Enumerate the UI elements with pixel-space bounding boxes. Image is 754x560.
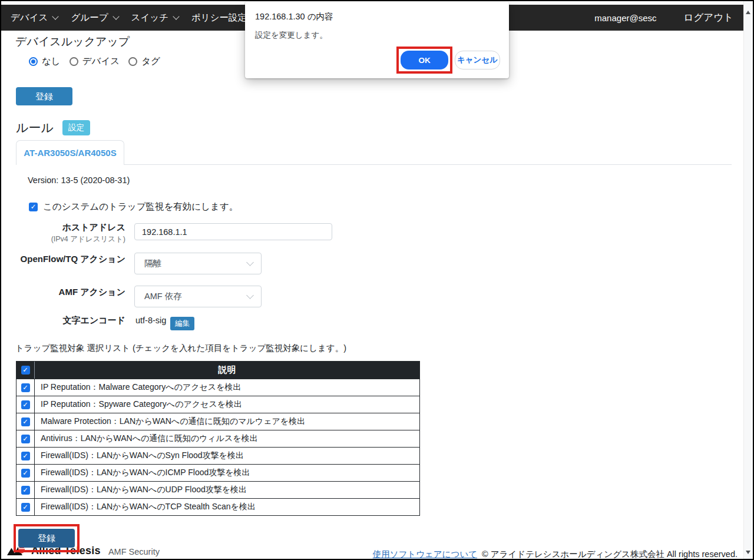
row-checkbox[interactable] (21, 400, 30, 409)
row-description: Firewall(IDS)：LANからWANへのTCP Stealth Scan… (35, 502, 419, 512)
row-checkbox-cell (16, 430, 35, 447)
annotation-red-box: 登録 (14, 524, 80, 552)
openflow-action-value: 隔離 (144, 258, 161, 269)
host-address-input[interactable] (134, 223, 332, 240)
select-all-cell (16, 362, 35, 379)
nav-menu-group: デバイス グループ スイッチ ポリシー設定 (11, 12, 257, 24)
cancel-button[interactable]: キャンセル (455, 51, 500, 69)
trap-table-caption: トラップ監視対象 選択リスト (チェックを入れた項目をトラップ監視対象にします。… (15, 343, 346, 354)
version-text: Version: 13-5 (2020-08-31) (28, 175, 130, 185)
encoding-label: 文字エンコード (8, 315, 125, 326)
nav-menu[interactable]: デバイス (11, 12, 58, 24)
row-checkbox-cell (16, 448, 35, 464)
footer-links: 使用ソフトウェアについて © アライドテレシスホールディングス株式会社 All … (373, 549, 738, 560)
row-checkbox[interactable] (21, 452, 30, 460)
rule-section-title: ルール (16, 120, 54, 136)
table-row: IP Reputation：Spyware Categoryへのアクセスを検出 (16, 396, 419, 413)
chevron-down-icon (113, 13, 119, 19)
tab-ar3050s-ar4050s[interactable]: AT-AR3050S/AR4050S (16, 140, 124, 165)
table-row: IP Reputation：Malware Categoryへのアクセスを検出 (16, 379, 419, 396)
edit-button[interactable]: 編集 (170, 317, 194, 330)
ok-button[interactable]: OK (401, 51, 448, 69)
radio-option[interactable]: なし (29, 55, 61, 68)
dialog-message: 設定を変更します。 (255, 30, 328, 41)
radio-icon (70, 57, 78, 66)
row-description: IP Reputation：Malware Categoryへのアクセスを検出 (35, 382, 419, 393)
nav-menu-label: ポリシー設定 (191, 12, 247, 24)
host-address-sublabel: (IPv4 アドレスリスト) (8, 234, 125, 244)
amf-action-select[interactable]: AMF 依存 (134, 286, 262, 307)
trap-enable-row[interactable]: このシステムのトラップ監視を有効にします。 (29, 201, 238, 213)
table-row: Malware Protection：LANからWANへの通信に既知のマルウェア… (16, 413, 419, 430)
nav-menu-label: スイッチ (131, 12, 168, 24)
row-description: Firewall(IDS)：LANからWANへのUDP Flood攻撃を検出 (35, 485, 419, 495)
trap-enable-checkbox[interactable] (29, 203, 38, 211)
register-button[interactable]: 登録 (16, 87, 72, 105)
scroll-down-icon[interactable] (746, 551, 750, 554)
logout-button[interactable]: ログアウト (684, 11, 733, 24)
row-checkbox[interactable] (21, 503, 30, 512)
chevron-down-icon (173, 13, 179, 19)
tab-bar: AT-AR3050S/AR4050S (16, 140, 732, 165)
software-link[interactable]: 使用ソフトウェアについて (373, 549, 477, 560)
lookup-radio-group: なし デバイス タグ (29, 55, 160, 68)
row-checkbox[interactable] (21, 435, 30, 443)
radio-option[interactable]: タグ (128, 55, 160, 68)
row-checkbox-cell (16, 482, 35, 498)
settings-badge[interactable]: 設定 (62, 120, 90, 135)
scroll-up-icon[interactable] (746, 11, 750, 14)
row-description: Firewall(IDS)：LANからWANへのICMP Flood攻撃を検出 (35, 468, 419, 478)
table-row: Antivirus：LANからWANへの通信に既知のウィルスを検出 (16, 430, 419, 447)
row-description: Firewall(IDS)：LANからWANへのSyn Flood攻撃を検出 (35, 450, 419, 461)
page-scrollbar[interactable] (743, 1, 753, 559)
product-name: AMF Security (108, 547, 160, 556)
user-account-label: manager@sesc (594, 13, 656, 23)
openflow-action-label: OpenFlow/TQ アクション (8, 254, 125, 265)
page-title: デバイスルックアップ (15, 34, 130, 49)
copyright-text: © アライドテレシスホールディングス株式会社 All rights reserv… (482, 549, 738, 560)
row-checkbox-cell (16, 396, 35, 413)
row-checkbox[interactable] (21, 417, 30, 426)
table-header-row: 説明 (16, 362, 419, 379)
annotation-red-box: OK (396, 47, 452, 74)
row-checkbox-cell (16, 413, 35, 430)
trap-enable-label: このシステムのトラップ監視を有効にします。 (43, 201, 238, 213)
radio-label: デバイス (82, 55, 120, 68)
row-description: IP Reputation：Spyware Categoryへのアクセスを検出 (35, 399, 419, 410)
select-all-checkbox[interactable] (21, 366, 30, 375)
radio-label: なし (42, 55, 61, 68)
nav-right-group: manager@sesc ログアウト (594, 11, 733, 24)
radio-icon (128, 57, 137, 66)
table-body: IP Reputation：Malware Categoryへのアクセスを検出 … (16, 379, 419, 515)
rule-section-header: ルール 設定 (16, 120, 90, 136)
confirm-dialog: 192.168.1.30 の内容 設定を変更します。 OK キャンセル (245, 2, 509, 78)
row-checkbox[interactable] (21, 486, 30, 495)
row-checkbox-cell (16, 379, 35, 396)
table-row: Firewall(IDS)：LANからWANへのICMP Flood攻撃を検出 (16, 464, 419, 481)
row-description: Malware Protection：LANからWANへの通信に既知のマルウェア… (35, 416, 419, 427)
nav-menu[interactable]: スイッチ (131, 12, 178, 24)
amf-action-label: AMF アクション (8, 287, 125, 298)
chevron-down-icon (246, 259, 254, 266)
row-checkbox-cell (16, 499, 35, 515)
row-checkbox[interactable] (21, 383, 30, 392)
chevron-down-icon (246, 291, 254, 299)
radio-option[interactable]: デバイス (70, 55, 120, 68)
openflow-action-select[interactable]: 隔離 (134, 253, 262, 274)
row-description: Antivirus：LANからWANへの通信に既知のウィルスを検出 (35, 433, 419, 444)
description-column-header: 説明 (35, 365, 419, 376)
submit-register-button[interactable]: 登録 (18, 529, 75, 548)
row-checkbox-cell (16, 465, 35, 481)
trap-target-table: 説明 IP Reputation：Malware Categoryへのアクセスを… (16, 361, 420, 516)
app-window: デバイス グループ スイッチ ポリシー設定 manager@sesc ログアウト… (0, 0, 754, 560)
row-checkbox[interactable] (21, 469, 30, 478)
table-row: Firewall(IDS)：LANからWANへのSyn Flood攻撃を検出 (16, 447, 419, 464)
table-row: Firewall(IDS)：LANからWANへのTCP Stealth Scan… (16, 498, 419, 515)
nav-menu[interactable]: グループ (71, 12, 118, 24)
nav-menu-label: デバイス (11, 12, 48, 24)
dialog-title: 192.168.1.30 の内容 (255, 11, 333, 22)
radio-label: タグ (141, 55, 160, 68)
amf-action-value: AMF 依存 (144, 291, 182, 302)
nav-menu-label: グループ (71, 12, 108, 24)
table-row: Firewall(IDS)：LANからWANへのUDP Flood攻撃を検出 (16, 481, 419, 498)
